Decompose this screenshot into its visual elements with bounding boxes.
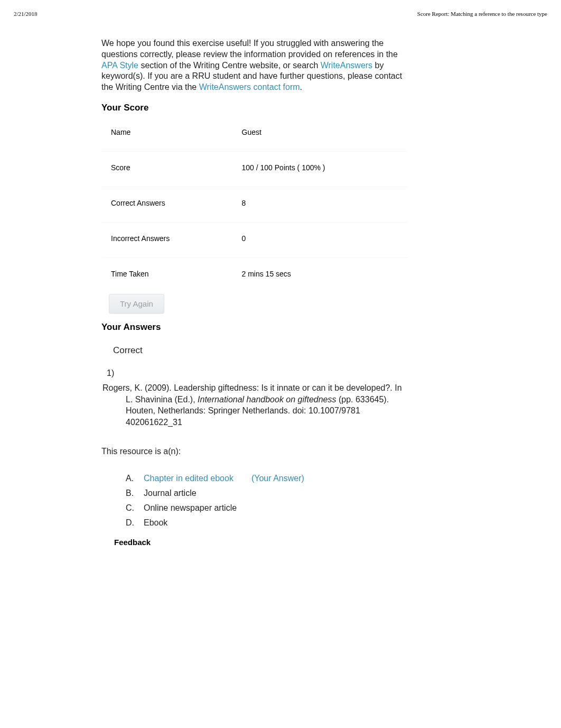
answer-options: A. Chapter in edited ebook (Your Answer)… — [101, 466, 408, 530]
option-b: B. Journal article — [126, 486, 408, 501]
option-d: D. Ebook — [126, 515, 408, 530]
question-reference: Rogers, K. (2009). Leadership giftedness… — [101, 382, 408, 428]
option-c: C. Online newspaper article — [126, 501, 408, 515]
score-row-incorrect: Incorrect Answers 0 — [101, 222, 408, 254]
option-text-c: Online newspaper article — [144, 503, 237, 513]
try-again-button[interactable]: Try Again — [109, 294, 164, 314]
question-prompt: This resource is a(n): — [101, 428, 408, 466]
option-text-a: Chapter in edited ebook — [144, 474, 233, 483]
question-number: 1) — [101, 363, 408, 382]
score-label-score: Score — [111, 163, 242, 172]
page-print-header: 2/21/2018 Score Report: Matching a refer… — [0, 0, 561, 17]
option-text-b: Journal article — [144, 489, 197, 498]
option-letter-b: B. — [126, 489, 136, 498]
score-value-score: 100 / 100 Points ( 100% ) — [242, 163, 402, 172]
print-title: Score Report: Matching a reference to th… — [417, 11, 547, 17]
score-row-name: Name Guest — [101, 116, 408, 148]
option-letter-a: A. — [126, 474, 136, 483]
option-letter-d: D. — [126, 518, 136, 528]
score-row-time: Time Taken 2 mins 15 secs — [101, 257, 408, 290]
score-label-time: Time Taken — [111, 270, 242, 278]
intro-text-1: We hope you found this exercise useful! … — [101, 39, 398, 59]
option-a: A. Chapter in edited ebook (Your Answer) — [126, 471, 408, 486]
option-letter-c: C. — [126, 503, 136, 513]
score-value-name: Guest — [242, 128, 402, 136]
score-label-correct: Correct Answers — [111, 199, 242, 207]
score-label-name: Name — [111, 128, 242, 136]
link-apa-style[interactable]: APA Style — [101, 61, 138, 70]
your-score-heading: Your Score — [101, 103, 408, 113]
feedback-heading: Feedback — [101, 530, 408, 547]
try-again-container: Try Again — [101, 290, 408, 314]
intro-text-end: . — [300, 82, 302, 91]
score-table: Name Guest Score 100 / 100 Points ( 100%… — [101, 116, 408, 290]
score-value-correct: 8 — [242, 199, 402, 207]
score-value-time: 2 mins 15 secs — [242, 270, 402, 278]
intro-paragraph: We hope you found this exercise useful! … — [101, 38, 408, 93]
your-answers-heading: Your Answers — [101, 322, 408, 333]
content-container: We hope you found this exercise useful! … — [101, 38, 408, 547]
print-date: 2/21/2018 — [14, 11, 38, 17]
score-row-correct: Correct Answers 8 — [101, 187, 408, 219]
link-writeanswers-contact-form[interactable]: WriteAnswers contact form — [199, 82, 300, 91]
your-answer-label: (Your Answer) — [251, 474, 304, 483]
option-text-d: Ebook — [144, 518, 167, 528]
score-row-score: Score 100 / 100 Points ( 100% ) — [101, 151, 408, 183]
score-label-incorrect: Incorrect Answers — [111, 234, 242, 243]
score-value-incorrect: 0 — [242, 234, 402, 243]
answers-block: Correct 1) Rogers, K. (2009). Leadership… — [101, 336, 408, 547]
reference-text-title: International handbook on giftedness — [198, 395, 336, 404]
link-writeanswers[interactable]: WriteAnswers — [321, 61, 372, 70]
intro-text-2: section of the Writing Centre website, o… — [138, 61, 321, 70]
answer-status-correct: Correct — [101, 336, 408, 363]
